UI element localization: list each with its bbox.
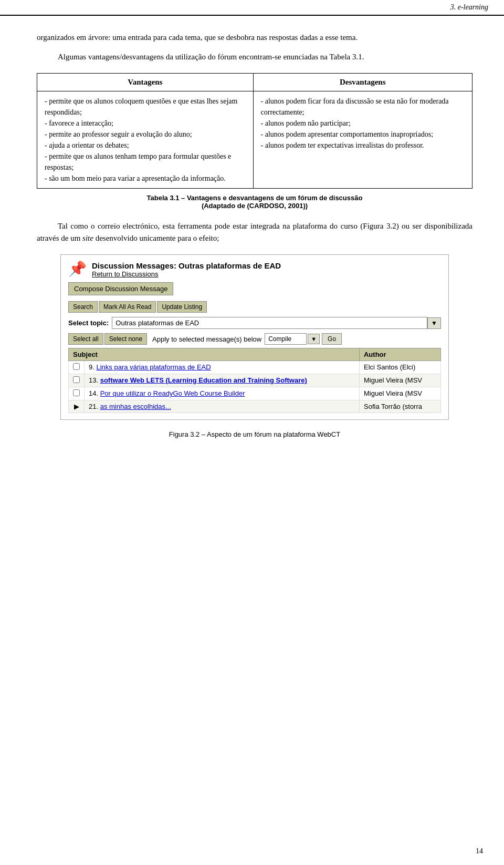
message-checkbox-1[interactable]	[73, 363, 80, 370]
author-cell-4: Sofia Torrão (storra	[359, 400, 440, 413]
msg-link-4[interactable]: as minhas escolhidas...	[100, 403, 171, 410]
msg-num-4: 21.	[89, 403, 100, 410]
figure-container: 📌 Discussion Messages: Outras plataforma…	[60, 254, 449, 420]
message-row: ▶ 21. as minhas escolhidas... Sofia Torr…	[69, 400, 441, 413]
compose-row: Compose Discussion Message	[68, 282, 441, 298]
arrow-cell: ▶	[69, 400, 85, 413]
messages-table: Subject Author 9. Links para várias plat…	[68, 348, 441, 413]
table-caption: Tabela 3.1 – Vantagens e desvantagens de…	[37, 194, 472, 210]
page-number: 14	[476, 847, 483, 856]
table-header-disadvantages: Desvantagens	[253, 74, 472, 91]
message-row: 13. software Web LETS (Learning Educatio…	[69, 374, 441, 387]
figure-inner: 📌 Discussion Messages: Outras plataforma…	[61, 255, 448, 419]
msg-num-3: 14.	[89, 389, 100, 397]
page-header: 3. e-learning	[0, 0, 504, 16]
select-none-button[interactable]: Select none	[104, 333, 147, 345]
go-button[interactable]: Go	[322, 333, 342, 345]
msg-link-2[interactable]: software Web LETS (Learning Education an…	[100, 376, 307, 384]
author-header: Author	[359, 348, 440, 361]
toolbar-row: Search Mark All As Read Update Listing	[68, 301, 441, 313]
paragraph-2: Algumas vantagens/desvantagens da utiliz…	[37, 51, 472, 63]
author-2: Miguel Vieira (MSV	[364, 376, 422, 384]
message-row: 9. Links para várias plataformas de EAD …	[69, 361, 441, 374]
checkbox-cell	[69, 387, 85, 400]
subject-cell-2: 13. software Web LETS (Learning Educatio…	[85, 374, 360, 387]
mark-all-as-read-button[interactable]: Mark All As Read	[99, 301, 156, 313]
author-3: Miguel Vieira (MSV	[364, 389, 422, 397]
update-listing-button[interactable]: Update Listing	[157, 301, 207, 313]
thumbtack-icon: 📌	[68, 260, 87, 277]
author-4: Sofia Torrão (storra	[364, 403, 422, 410]
message-checkbox-2[interactable]	[73, 376, 80, 383]
subject-cell-1: 9. Links para várias plataformas de EAD	[85, 361, 360, 374]
figure-caption: Figura 3.2 – Aspecto de um fórum na plat…	[37, 430, 472, 438]
expand-arrow-icon: ▶	[74, 403, 79, 410]
author-cell-3: Miguel Vieira (MSV	[359, 387, 440, 400]
table-caption-line2: (Adaptado de (CARDOSO, 2001))	[202, 202, 308, 210]
msg-link-3[interactable]: Por que utilizar o ReadyGo Web Course Bu…	[100, 389, 245, 397]
return-to-discussions-link[interactable]: Return to Discussions	[92, 270, 281, 278]
figure-title: Discussion Messages: Outras plataformas …	[92, 261, 281, 270]
select-topic-row: Select topic: ▼	[68, 317, 441, 329]
select-all-button[interactable]: Select all	[68, 333, 103, 345]
table-caption-line1: Tabela 3.1 – Vantagens e desvantagens de…	[147, 194, 363, 202]
advantages-cell: - permite que os alunos coloquem questõe…	[37, 91, 254, 189]
checkbox-cell	[69, 374, 85, 387]
msg-link-1[interactable]: Links para várias plataformas de EAD	[96, 363, 211, 371]
paragraph-1: organizados em árvore: uma entrada para …	[37, 32, 472, 44]
search-button[interactable]: Search	[68, 301, 98, 313]
table-header-advantages: Vantagens	[37, 74, 254, 91]
paragraph-3: Tal como o correio electrónico, esta fer…	[37, 220, 472, 244]
message-row: 14. Por que utilizar o ReadyGo Web Cours…	[69, 387, 441, 400]
compile-input[interactable]	[265, 333, 307, 345]
advantages-table: Vantagens Desvantagens - permite que os …	[37, 73, 472, 189]
message-checkbox-3[interactable]	[73, 389, 80, 396]
figure-title-block: Discussion Messages: Outras plataformas …	[92, 261, 281, 278]
msg-num-2: 13.	[89, 376, 100, 384]
subject-header: Subject	[69, 348, 360, 361]
chapter-heading: 3. e-learning	[450, 3, 488, 11]
checkbox-cell	[69, 361, 85, 374]
content-area: organizados em árvore: uma entrada para …	[0, 16, 504, 454]
compile-arrow-icon[interactable]: ▼	[308, 334, 320, 344]
select-actions-row: Select all Select none Apply to selected…	[68, 333, 441, 345]
select-topic-label: Select topic:	[68, 319, 109, 327]
apply-label: Apply to selected message(s) below	[152, 335, 261, 343]
page-container: 3. e-learning organizados em árvore: uma…	[0, 0, 504, 865]
author-cell-1: Elci Santos (Elci)	[359, 361, 440, 374]
select-topic-input[interactable]	[112, 317, 427, 329]
subject-cell-4: 21. as minhas escolhidas...	[85, 400, 360, 413]
msg-num-1: 9.	[89, 363, 96, 371]
disadvantages-cell: - alunos podem ficar fora da discussão s…	[253, 91, 472, 189]
figure-header: 📌 Discussion Messages: Outras plataforma…	[68, 261, 441, 278]
author-cell-2: Miguel Vieira (MSV	[359, 374, 440, 387]
subject-cell-3: 14. Por que utilizar o ReadyGo Web Cours…	[85, 387, 360, 400]
compose-discussion-button[interactable]: Compose Discussion Message	[68, 282, 173, 295]
author-1: Elci Santos (Elci)	[364, 363, 415, 371]
select-topic-arrow-icon[interactable]: ▼	[427, 317, 441, 329]
